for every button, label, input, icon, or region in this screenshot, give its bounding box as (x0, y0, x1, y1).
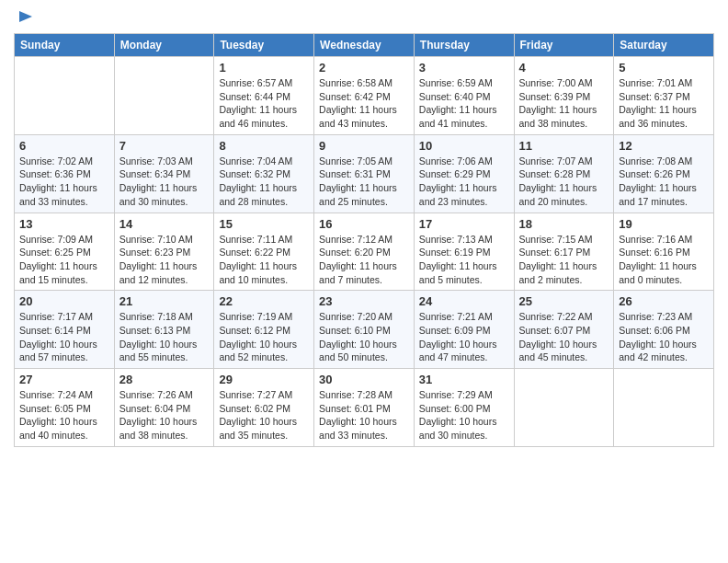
day-info: Sunrise: 7:09 AM Sunset: 6:25 PM Dayligh… (19, 233, 109, 287)
day-info: Sunrise: 7:00 AM Sunset: 6:39 PM Dayligh… (519, 76, 609, 131)
day-info: Sunrise: 6:57 AM Sunset: 6:44 PM Dayligh… (219, 76, 309, 131)
day-info: Sunrise: 7:03 AM Sunset: 6:34 PM Dayligh… (119, 155, 210, 209)
day-info: Sunrise: 7:15 AM Sunset: 6:17 PM Dayligh… (519, 233, 609, 287)
day-info: Sunrise: 7:20 AM Sunset: 6:10 PM Dayligh… (319, 310, 409, 364)
day-info: Sunrise: 7:01 AM Sunset: 6:37 PM Dayligh… (619, 76, 709, 131)
day-number: 10 (419, 139, 509, 153)
calendar-cell: 29Sunrise: 7:27 AM Sunset: 6:02 PM Dayli… (214, 369, 314, 447)
calendar-cell: 12Sunrise: 7:08 AM Sunset: 6:26 PM Dayli… (614, 134, 714, 213)
weekday-header-wednesday: Wednesday (314, 34, 415, 57)
calendar-cell: 17Sunrise: 7:13 AM Sunset: 6:19 PM Dayli… (414, 213, 514, 291)
day-info: Sunrise: 7:04 AM Sunset: 6:32 PM Dayligh… (219, 155, 309, 209)
page-header (14, 9, 714, 26)
calendar-cell: 28Sunrise: 7:26 AM Sunset: 6:04 PM Dayli… (114, 369, 214, 447)
day-number: 6 (19, 139, 109, 153)
day-number: 11 (519, 139, 609, 153)
calendar-week-row: 27Sunrise: 7:24 AM Sunset: 6:05 PM Dayli… (15, 369, 714, 447)
day-info: Sunrise: 7:06 AM Sunset: 6:29 PM Dayligh… (419, 155, 509, 209)
day-info: Sunrise: 7:16 AM Sunset: 6:16 PM Dayligh… (619, 233, 709, 287)
calendar-cell (15, 57, 115, 135)
logo (14, 9, 36, 26)
calendar-cell (514, 369, 614, 447)
calendar-cell: 1Sunrise: 6:57 AM Sunset: 6:44 PM Daylig… (214, 57, 314, 135)
calendar-cell (614, 369, 714, 447)
day-number: 5 (619, 61, 709, 75)
day-info: Sunrise: 7:21 AM Sunset: 6:09 PM Dayligh… (419, 310, 509, 364)
day-number: 16 (319, 217, 409, 231)
calendar-cell: 31Sunrise: 7:29 AM Sunset: 6:00 PM Dayli… (414, 369, 514, 447)
calendar-cell: 5Sunrise: 7:01 AM Sunset: 6:37 PM Daylig… (614, 57, 714, 135)
calendar-cell: 18Sunrise: 7:15 AM Sunset: 6:17 PM Dayli… (514, 213, 614, 291)
day-info: Sunrise: 7:18 AM Sunset: 6:13 PM Dayligh… (119, 310, 210, 364)
calendar-cell: 9Sunrise: 7:05 AM Sunset: 6:31 PM Daylig… (314, 134, 415, 213)
calendar-cell: 7Sunrise: 7:03 AM Sunset: 6:34 PM Daylig… (114, 134, 214, 213)
weekday-header-thursday: Thursday (414, 34, 514, 57)
calendar-week-row: 20Sunrise: 7:17 AM Sunset: 6:14 PM Dayli… (15, 291, 714, 369)
calendar-cell: 14Sunrise: 7:10 AM Sunset: 6:23 PM Dayli… (114, 213, 214, 291)
day-number: 22 (219, 294, 309, 308)
calendar-header-row: SundayMondayTuesdayWednesdayThursdayFrid… (15, 34, 714, 57)
day-info: Sunrise: 6:59 AM Sunset: 6:40 PM Dayligh… (419, 76, 509, 131)
day-number: 2 (319, 61, 409, 75)
day-info: Sunrise: 7:05 AM Sunset: 6:31 PM Dayligh… (319, 155, 409, 209)
calendar-cell (114, 57, 214, 135)
day-number: 27 (19, 373, 109, 386)
day-number: 17 (419, 217, 509, 231)
calendar-cell: 10Sunrise: 7:06 AM Sunset: 6:29 PM Dayli… (414, 134, 514, 213)
day-info: Sunrise: 7:28 AM Sunset: 6:01 PM Dayligh… (319, 388, 409, 442)
day-number: 14 (119, 217, 210, 231)
day-info: Sunrise: 7:24 AM Sunset: 6:05 PM Dayligh… (19, 388, 109, 442)
day-number: 19 (619, 217, 709, 231)
day-info: Sunrise: 7:08 AM Sunset: 6:26 PM Dayligh… (619, 155, 709, 209)
calendar-cell: 15Sunrise: 7:11 AM Sunset: 6:22 PM Dayli… (214, 213, 314, 291)
day-number: 29 (219, 373, 309, 386)
weekday-header-friday: Friday (514, 34, 614, 57)
day-info: Sunrise: 7:11 AM Sunset: 6:22 PM Dayligh… (219, 233, 309, 287)
day-number: 1 (219, 61, 309, 75)
day-number: 26 (619, 294, 709, 308)
calendar-week-row: 6Sunrise: 7:02 AM Sunset: 6:36 PM Daylig… (15, 134, 714, 213)
day-number: 20 (19, 294, 109, 308)
calendar-cell: 4Sunrise: 7:00 AM Sunset: 6:39 PM Daylig… (514, 57, 614, 135)
calendar-table: SundayMondayTuesdayWednesdayThursdayFrid… (14, 33, 714, 447)
calendar-cell: 16Sunrise: 7:12 AM Sunset: 6:20 PM Dayli… (314, 213, 415, 291)
calendar-cell: 21Sunrise: 7:18 AM Sunset: 6:13 PM Dayli… (114, 291, 214, 369)
calendar-cell: 25Sunrise: 7:22 AM Sunset: 6:07 PM Dayli… (514, 291, 614, 369)
day-info: Sunrise: 7:10 AM Sunset: 6:23 PM Dayligh… (119, 233, 210, 287)
day-number: 7 (119, 139, 210, 153)
day-number: 12 (619, 139, 709, 153)
day-info: Sunrise: 7:17 AM Sunset: 6:14 PM Dayligh… (19, 310, 109, 364)
calendar-cell: 23Sunrise: 7:20 AM Sunset: 6:10 PM Dayli… (314, 291, 415, 369)
day-info: Sunrise: 7:29 AM Sunset: 6:00 PM Dayligh… (419, 388, 509, 442)
calendar-cell: 8Sunrise: 7:04 AM Sunset: 6:32 PM Daylig… (214, 134, 314, 213)
calendar-week-row: 1Sunrise: 6:57 AM Sunset: 6:44 PM Daylig… (15, 57, 714, 135)
calendar-cell: 13Sunrise: 7:09 AM Sunset: 6:25 PM Dayli… (15, 213, 115, 291)
day-info: Sunrise: 7:23 AM Sunset: 6:06 PM Dayligh… (619, 310, 709, 364)
day-number: 31 (419, 373, 509, 386)
day-info: Sunrise: 7:26 AM Sunset: 6:04 PM Dayligh… (119, 388, 210, 442)
day-number: 13 (19, 217, 109, 231)
calendar-cell: 11Sunrise: 7:07 AM Sunset: 6:28 PM Dayli… (514, 134, 614, 213)
day-info: Sunrise: 6:58 AM Sunset: 6:42 PM Dayligh… (319, 76, 409, 131)
calendar-cell: 19Sunrise: 7:16 AM Sunset: 6:16 PM Dayli… (614, 213, 714, 291)
calendar-cell: 20Sunrise: 7:17 AM Sunset: 6:14 PM Dayli… (15, 291, 115, 369)
calendar-cell: 27Sunrise: 7:24 AM Sunset: 6:05 PM Dayli… (15, 369, 115, 447)
weekday-header-tuesday: Tuesday (214, 34, 314, 57)
day-number: 15 (219, 217, 309, 231)
day-number: 24 (419, 294, 509, 308)
weekday-header-monday: Monday (114, 34, 214, 57)
day-info: Sunrise: 7:13 AM Sunset: 6:19 PM Dayligh… (419, 233, 509, 287)
weekday-header-sunday: Sunday (15, 34, 115, 57)
day-number: 30 (319, 373, 409, 386)
day-number: 4 (519, 61, 609, 75)
day-number: 3 (419, 61, 509, 75)
day-info: Sunrise: 7:12 AM Sunset: 6:20 PM Dayligh… (319, 233, 409, 287)
calendar-cell: 26Sunrise: 7:23 AM Sunset: 6:06 PM Dayli… (614, 291, 714, 369)
day-info: Sunrise: 7:27 AM Sunset: 6:02 PM Dayligh… (219, 388, 309, 442)
calendar-cell: 3Sunrise: 6:59 AM Sunset: 6:40 PM Daylig… (414, 57, 514, 135)
day-number: 9 (319, 139, 409, 153)
calendar-cell: 6Sunrise: 7:02 AM Sunset: 6:36 PM Daylig… (15, 134, 115, 213)
day-number: 8 (219, 139, 309, 153)
calendar-cell: 24Sunrise: 7:21 AM Sunset: 6:09 PM Dayli… (414, 291, 514, 369)
logo-flag-icon (16, 9, 36, 29)
